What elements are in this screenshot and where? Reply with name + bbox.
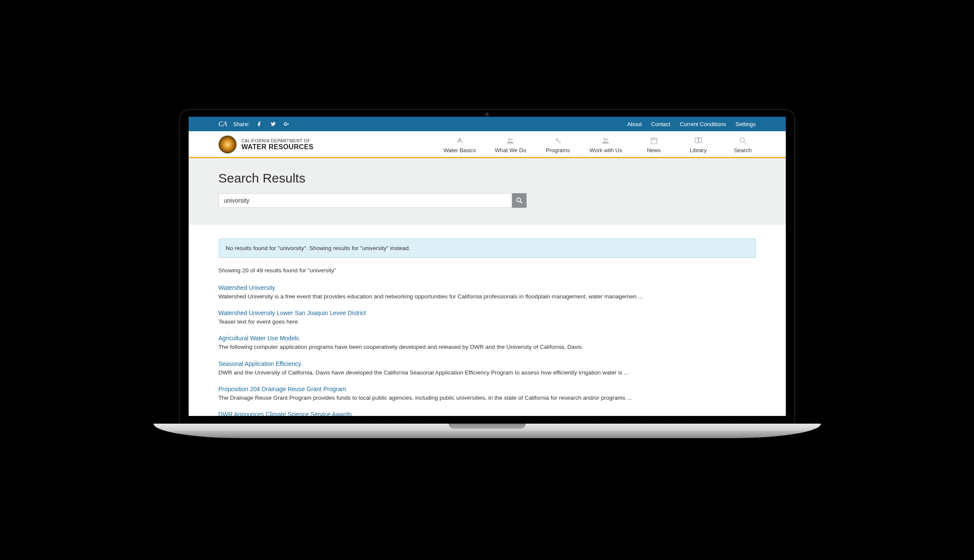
svg-point-2 <box>604 138 606 140</box>
nav-label: Work with Us <box>589 147 622 153</box>
results-area: No results found for "univorsity". Showi… <box>189 225 786 416</box>
nav-label: Programs <box>546 147 570 153</box>
no-results-alert: No results found for "univorsity". Showi… <box>219 239 756 258</box>
ca-gov-logo[interactable]: CA <box>219 120 227 128</box>
search-row <box>219 193 527 208</box>
twitter-icon[interactable] <box>269 120 277 128</box>
util-link-settings[interactable]: Settings <box>736 121 756 127</box>
result-desc: Teaser text for event goes here <box>219 318 756 326</box>
laptop-base <box>154 424 821 438</box>
search-icon <box>738 136 748 145</box>
svg-point-1 <box>511 139 513 140</box>
nav-label: Water Basics <box>444 147 476 153</box>
nav-label: News <box>647 147 661 153</box>
branding-line1: CALIFORNIA DEPARTMENT OF <box>242 139 314 143</box>
result-desc: DWR and the University of California, Da… <box>219 369 756 377</box>
search-result: Proposition 204 Drainage Reuse Grant Pro… <box>219 385 756 402</box>
util-link-about[interactable]: About <box>627 121 642 127</box>
laptop-notch <box>449 424 526 429</box>
nav-news[interactable]: News <box>641 136 667 153</box>
svg-line-6 <box>744 141 746 144</box>
nav-label: Library <box>690 147 707 153</box>
book-icon <box>694 136 703 145</box>
search-result: Seasonal Application Efficiency DWR and … <box>219 360 756 377</box>
nav-water-basics[interactable]: Water Basics <box>444 136 476 153</box>
nav-search[interactable]: Search <box>730 136 756 153</box>
facebook-icon[interactable] <box>255 120 263 128</box>
svg-point-3 <box>607 139 608 140</box>
search-result: Watershed University Lower San Joaquin L… <box>219 309 756 326</box>
result-desc: The Drainage Reuse Grant Program provide… <box>219 394 756 402</box>
nav-label: What We Do <box>495 147 526 153</box>
camera-icon <box>485 112 489 117</box>
search-result: DWR Announces Climate Science Service Aw… <box>219 410 756 416</box>
main-header: CALIFORNIA DEPARTMENT OF WATER RESOURCES… <box>189 131 786 158</box>
search-input[interactable] <box>219 193 512 208</box>
result-title-link[interactable]: Seasonal Application Efficiency <box>219 360 302 367</box>
nav-what-we-do[interactable]: What We Do <box>495 136 526 153</box>
result-title-link[interactable]: DWR Announces Climate Science Service Aw… <box>219 411 352 416</box>
result-desc: The following computer application progr… <box>219 343 756 351</box>
result-title-link[interactable]: Proposition 204 Drainage Reuse Grant Pro… <box>219 386 346 392</box>
laptop-frame: CA Share: About Contact Current Condi <box>179 109 795 425</box>
nav-library[interactable]: Library <box>686 136 711 153</box>
branding-line2: WATER RESOURCES <box>242 143 314 151</box>
search-button[interactable] <box>512 193 527 208</box>
result-title-link[interactable]: Agricultural Water Use Models <box>219 335 299 342</box>
state-seal-icon <box>219 136 237 153</box>
people-icon <box>506 136 515 145</box>
people-icon <box>601 136 610 145</box>
result-title-link[interactable]: Watershed University Lower San Joaquin L… <box>219 309 366 316</box>
svg-point-5 <box>740 138 744 142</box>
nav-work-with-us[interactable]: Work with Us <box>589 136 622 153</box>
utility-right-links: About Contact Current Conditions Setting… <box>627 121 755 127</box>
nav-programs[interactable]: Programs <box>545 136 571 153</box>
utility-bar: CA Share: About Contact Current Condi <box>189 117 786 131</box>
primary-nav: Water Basics What We Do Programs <box>444 136 756 153</box>
search-result: Agricultural Water Use Models The follow… <box>219 334 756 351</box>
svg-point-0 <box>508 138 510 140</box>
gears-icon <box>553 136 562 145</box>
branding-text: CALIFORNIA DEPARTMENT OF WATER RESOURCES <box>242 139 314 151</box>
utility-left: CA Share: <box>219 120 291 128</box>
search-header-section: Search Results <box>189 158 786 225</box>
results-summary: Showing 20 of 49 results found for "univ… <box>219 267 756 274</box>
laptop-mockup: CA Share: About Contact Current Condi <box>179 109 795 451</box>
screen: CA Share: About Contact Current Condi <box>189 117 786 416</box>
svg-line-8 <box>520 201 522 203</box>
site-branding[interactable]: CALIFORNIA DEPARTMENT OF WATER RESOURCES <box>219 136 314 153</box>
page-title: Search Results <box>219 171 756 186</box>
search-result: Watershed University Watershed Universit… <box>219 284 756 301</box>
nav-label: Search <box>734 147 752 153</box>
share-label: Share: <box>233 121 249 127</box>
svg-point-7 <box>517 198 521 202</box>
util-link-contact[interactable]: Contact <box>651 121 670 127</box>
calendar-icon <box>649 136 659 145</box>
drops-icon <box>455 136 465 145</box>
svg-rect-4 <box>651 138 657 144</box>
util-link-current-conditions[interactable]: Current Conditions <box>680 121 726 127</box>
google-plus-icon[interactable] <box>283 120 290 128</box>
result-desc: Watershed University is a free event tha… <box>219 293 756 301</box>
result-title-link[interactable]: Watershed University <box>219 284 275 291</box>
